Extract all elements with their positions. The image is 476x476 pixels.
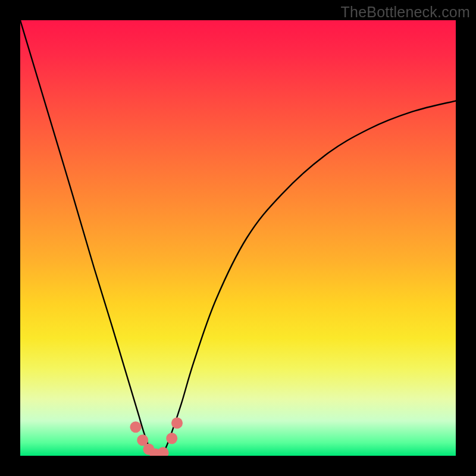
curve-marker — [158, 447, 169, 456]
curve-marker — [171, 418, 183, 429]
plot-area — [20, 20, 456, 456]
curve-markers — [130, 418, 183, 456]
curve-marker — [166, 433, 177, 444]
bottleneck-curve — [20, 20, 456, 456]
curve-marker — [130, 421, 141, 433]
watermark-text: TheBottleneck.com — [341, 4, 470, 21]
curve-group — [20, 20, 456, 456]
bottleneck-curve-svg — [20, 20, 456, 456]
chart-frame: TheBottleneck.com — [0, 0, 476, 476]
